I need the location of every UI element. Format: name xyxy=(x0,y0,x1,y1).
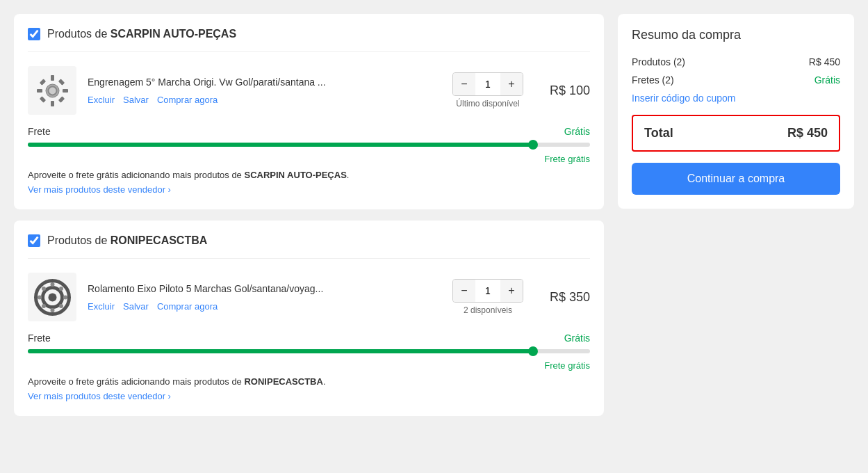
summary-fretes-value: Grátis xyxy=(814,74,840,86)
frete-value-scarpin: Grátis xyxy=(564,126,590,137)
svg-point-20 xyxy=(42,304,46,308)
excluir-link-p2[interactable]: Excluir xyxy=(88,301,115,312)
svg-rect-9 xyxy=(58,96,64,102)
vendor-title-ronipecas: Produtos de RONIPECASCTBA xyxy=(47,234,207,247)
ver-mais-scarpin[interactable]: Ver mais produtos deste vendedor › xyxy=(28,184,171,195)
gear-icon xyxy=(33,72,72,110)
product-info-p1: Engrenagem 5° Marcha Origi. Vw Gol/parat… xyxy=(88,76,441,106)
svg-point-18 xyxy=(42,287,46,291)
salvar-link-p2[interactable]: Salvar xyxy=(123,301,149,312)
product-actions-p2: Excluir Salvar Comprar agora xyxy=(88,301,441,312)
summary-fretes-row: Fretes (2) Grátis xyxy=(632,74,840,86)
svg-rect-2 xyxy=(51,75,54,81)
vendor-card-scarpin: Produtos de SCARPIN AUTO-PEÇAS xyxy=(14,14,604,209)
svg-rect-8 xyxy=(39,96,45,102)
quantity-control-p2: − + xyxy=(452,279,523,303)
stock-info-p1: Último disponível xyxy=(456,99,519,109)
progress-info-ronipecas: Frete grátis xyxy=(28,360,590,371)
svg-rect-7 xyxy=(58,79,64,85)
vendor-header-ronipecas: Produtos de RONIPECASCTBA xyxy=(28,234,590,259)
frete-note-ronipecas: Aproveite o frete grátis adicionando mai… xyxy=(28,376,590,387)
product-name-p1: Engrenagem 5° Marcha Origi. Vw Gol/parat… xyxy=(88,76,441,90)
svg-point-17 xyxy=(63,295,67,299)
summary-fretes-label: Fretes (2) xyxy=(632,74,674,86)
svg-point-14 xyxy=(50,282,54,287)
product-info-p2: Rolamento Eixo Piloto 5 Marchas Gol/sant… xyxy=(88,282,441,312)
progress-bar-scarpin xyxy=(28,143,590,147)
frete-label-scarpin: Frete xyxy=(28,126,51,137)
frete-row-ronipecas: Frete Grátis xyxy=(28,332,590,344)
main-column: Produtos de SCARPIN AUTO-PEÇAS xyxy=(14,14,604,416)
vendor-card-ronipecas: Produtos de RONIPECASCTBA xyxy=(14,221,604,416)
comprar-link-p2[interactable]: Comprar agora xyxy=(157,301,218,312)
svg-point-1 xyxy=(49,87,56,94)
svg-rect-3 xyxy=(51,101,54,106)
total-label: Total xyxy=(644,126,673,141)
product-price-p2: R$ 350 xyxy=(534,290,590,305)
progress-bar-ronipecas xyxy=(28,349,590,353)
total-row: Total R$ 450 xyxy=(632,115,840,152)
product-name-p2: Rolamento Eixo Piloto 5 Marchas Gol/sant… xyxy=(88,282,441,296)
summary-produtos-label: Produtos (2) xyxy=(632,56,685,67)
product-row-p1: Engrenagem 5° Marcha Origi. Vw Gol/parat… xyxy=(28,66,590,115)
vendor-header-scarpin: Produtos de SCARPIN AUTO-PEÇAS xyxy=(28,28,590,52)
progress-fill-scarpin xyxy=(28,143,534,147)
product-actions-p1: Excluir Salvar Comprar agora xyxy=(88,95,441,105)
qty-wrapper-p1: − + Último disponível xyxy=(452,72,523,109)
progress-info-scarpin: Frete grátis xyxy=(28,154,590,164)
salvar-link-p1[interactable]: Salvar xyxy=(123,95,149,105)
summary-card: Resumo da compra Produtos (2) R$ 450 Fre… xyxy=(618,14,854,209)
summary-sidebar: Resumo da compra Produtos (2) R$ 450 Fre… xyxy=(618,14,854,209)
vendor-title-scarpin: Produtos de SCARPIN AUTO-PEÇAS xyxy=(47,28,236,40)
frete-label-ronipecas: Frete xyxy=(28,332,51,344)
svg-rect-5 xyxy=(63,89,68,93)
qty-plus-p2[interactable]: + xyxy=(500,280,523,302)
product-row-p2: Rolamento Eixo Piloto 5 Marchas Gol/sant… xyxy=(28,273,590,321)
svg-rect-6 xyxy=(39,79,45,85)
vendor-checkbox-scarpin[interactable] xyxy=(28,28,40,40)
qty-wrapper-p2: − + 2 disponíveis xyxy=(452,279,523,315)
product-image-p2 xyxy=(28,273,76,321)
total-value: R$ 450 xyxy=(787,126,828,141)
svg-point-16 xyxy=(38,295,42,299)
svg-point-15 xyxy=(50,308,54,312)
product-image-p1 xyxy=(28,66,76,115)
frete-note-scarpin: Aproveite o frete grátis adicionando mai… xyxy=(28,170,590,180)
svg-point-13 xyxy=(48,293,56,301)
qty-minus-p1[interactable]: − xyxy=(453,73,475,95)
product-price-p1: R$ 100 xyxy=(534,83,590,98)
bearing-icon xyxy=(33,278,72,316)
summary-title: Resumo da compra xyxy=(632,28,840,42)
frete-value-ronipecas: Grátis xyxy=(564,332,590,344)
qty-plus-p1[interactable]: + xyxy=(500,73,523,95)
ver-mais-ronipecas[interactable]: Ver mais produtos deste vendedor › xyxy=(28,391,171,401)
svg-point-21 xyxy=(59,304,63,308)
comprar-link-p1[interactable]: Comprar agora xyxy=(157,95,218,105)
qty-input-p2[interactable] xyxy=(475,280,500,302)
cupom-link[interactable]: Inserir código do cupom xyxy=(632,93,840,104)
vendor-checkbox-ronipecas[interactable] xyxy=(28,234,40,247)
progress-fill-ronipecas xyxy=(28,349,534,353)
continue-button[interactable]: Continuar a compra xyxy=(632,163,840,195)
summary-produtos-row: Produtos (2) R$ 450 xyxy=(632,56,840,67)
summary-produtos-value: R$ 450 xyxy=(809,56,840,67)
qty-minus-p2[interactable]: − xyxy=(453,280,475,302)
svg-point-19 xyxy=(59,287,63,291)
stock-info-p2: 2 disponíveis xyxy=(464,305,512,315)
excluir-link-p1[interactable]: Excluir xyxy=(88,95,115,105)
qty-input-p1[interactable] xyxy=(475,73,500,95)
frete-row-scarpin: Frete Grátis xyxy=(28,126,590,137)
svg-rect-4 xyxy=(37,89,42,93)
quantity-control-p1: − + xyxy=(452,72,523,96)
